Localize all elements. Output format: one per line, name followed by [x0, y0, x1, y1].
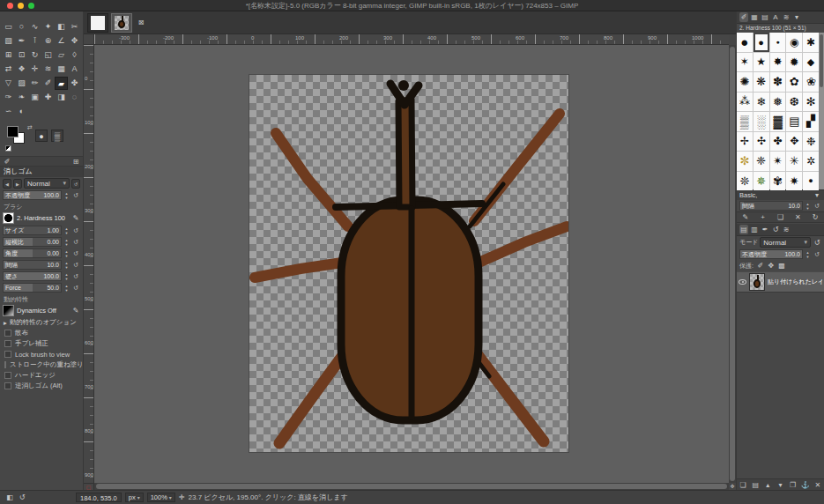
tool-ellipse-select[interactable]: ○	[15, 20, 28, 33]
tool-perspective[interactable]: ◊	[68, 48, 81, 62]
brush-action-icon-1[interactable]: +	[759, 212, 768, 222]
brush-cell-9[interactable]: ◆	[803, 53, 819, 72]
tool-option-0-spinner[interactable]: ▲▼	[63, 226, 70, 235]
tool-heal[interactable]: ✚	[41, 91, 55, 104]
tool-foreground-select[interactable]: ▧	[2, 34, 15, 48]
layers-dock-tab-1[interactable]: ▥	[750, 225, 759, 234]
layer-mode-reset-icon[interactable]: ↺	[813, 238, 821, 248]
tool-option-check-0[interactable]: 散布	[0, 328, 83, 338]
tool-option-4-slider[interactable]: 硬さ100.0	[3, 271, 62, 281]
tool-option-5-slider[interactable]: Force50.0	[3, 283, 62, 293]
tool-free-select[interactable]: ∿	[28, 20, 41, 33]
tool-crop[interactable]: ⊡	[15, 48, 28, 62]
tool-option-5-spin-down-icon[interactable]: ▼	[63, 288, 70, 293]
tool-option-2-spinner[interactable]: ▲▼	[63, 249, 70, 258]
mode-back-icon[interactable]: ◀	[3, 179, 11, 189]
edit-dynamics-icon[interactable]: ✎	[71, 306, 80, 315]
tool-option-3-reset-icon[interactable]: ↺	[71, 262, 80, 269]
tool-pencil[interactable]: ✏	[28, 77, 41, 90]
tool-option-0-spin-down-icon[interactable]: ▼	[63, 231, 70, 235]
save-tool-preset-icon[interactable]: ◧	[5, 493, 14, 502]
tool-warp-transform[interactable]: ≋	[41, 63, 55, 76]
canvas-viewport[interactable]	[94, 45, 729, 483]
layer-opacity-slider[interactable]: 不透明度100.0	[739, 249, 803, 259]
dynamics-options-expander[interactable]: ▸ 動的特性のオプション	[0, 317, 83, 328]
layer-opacity-spin-down-icon[interactable]: ▼	[805, 255, 811, 259]
brush-cell-6[interactable]: ★	[753, 53, 769, 72]
lock-icon-1[interactable]: ✥	[767, 261, 776, 271]
horizontal-scrollbar-thumb[interactable]	[96, 484, 727, 489]
tool-option-check-3[interactable]: ストローク中の重ね塗り	[0, 359, 83, 370]
brush-cell-30[interactable]: ✼	[737, 152, 753, 171]
brush-spacing-slider[interactable]: 間隔10.0	[739, 201, 803, 211]
tool-align[interactable]: ⊞	[2, 48, 15, 62]
brush-grid-scrollbar-thumb[interactable]	[820, 34, 823, 87]
brush-cell-27[interactable]: ✤	[770, 132, 786, 152]
brush-spacing-reset-icon[interactable]: ↺	[813, 203, 821, 210]
tool-flip[interactable]: ⇄	[2, 63, 15, 76]
tool-measure[interactable]: ∠	[55, 34, 68, 48]
brush-cell-12[interactable]: ✽	[770, 72, 786, 92]
swap-colors-icon[interactable]: ⇄	[27, 124, 33, 131]
tool-ink[interactable]: ✑	[2, 91, 15, 104]
tool-color-picker[interactable]: ⊺	[28, 34, 41, 48]
dynamics-selector[interactable]: Dynamics Off ✎	[0, 303, 83, 317]
brush-cell-16[interactable]: ❄	[753, 93, 769, 112]
brush-cell-23[interactable]: ▤	[786, 112, 802, 131]
brush-cell-5[interactable]: ✶	[737, 53, 753, 72]
brush-cell-18[interactable]: ❆	[786, 93, 802, 112]
layer-opacity-spinner[interactable]: ▲▼	[805, 250, 811, 259]
dock-menu-icon[interactable]: ⊞	[71, 157, 80, 167]
tool-paths[interactable]: ✒	[15, 34, 28, 48]
opacity-spinner[interactable]: ▲▼	[63, 191, 70, 200]
brush-cell-38[interactable]: ✷	[786, 172, 802, 191]
layers-footer-icon-5[interactable]: ⚓	[801, 480, 810, 490]
brush-cell-7[interactable]: ✸	[770, 53, 786, 72]
tabstrip-menu-icon[interactable]: ⊠	[137, 18, 145, 27]
tool-dodge-burn[interactable]: ◐	[15, 105, 28, 118]
tool-paintbrush[interactable]: ✐	[41, 77, 55, 90]
brush-cell-29[interactable]: ❉	[803, 132, 819, 152]
opacity-slider[interactable]: 不透明度100.0	[3, 190, 62, 200]
tool-eraser[interactable]: ▰	[55, 77, 68, 90]
opacity-spin-down-icon[interactable]: ▼	[63, 196, 70, 200]
opacity-reset-icon[interactable]: ↺	[71, 192, 80, 199]
minimize-window-button[interactable]	[18, 3, 24, 9]
brush-cell-1[interactable]: ●	[753, 33, 769, 52]
tool-option-1-spinner[interactable]: ▲▼	[63, 238, 70, 247]
tool-options-tab-icon[interactable]: ✐	[3, 157, 11, 167]
edit-brush-icon[interactable]: ✎	[71, 213, 80, 223]
brush-cell-36[interactable]: ✵	[753, 172, 769, 191]
brush-cell-26[interactable]: ✣	[753, 132, 769, 152]
vertical-scrollbar[interactable]	[729, 45, 736, 483]
tool-airbrush[interactable]: ✤	[68, 77, 81, 90]
horizontal-scrollbar[interactable]	[94, 483, 729, 490]
unit-select[interactable]: px ▾	[125, 493, 144, 502]
tool-option-4-reset-icon[interactable]: ↺	[71, 273, 80, 280]
tool-shear[interactable]: ▱	[55, 48, 68, 62]
brush-action-icon-2[interactable]: ❏	[776, 212, 784, 222]
brush-cell-35[interactable]: ❊	[737, 172, 753, 191]
tool-scissors-select[interactable]: ✂	[68, 20, 81, 33]
brush-cell-39[interactable]: ●	[803, 172, 819, 191]
tool-option-0-slider[interactable]: サイズ1.00	[3, 226, 62, 235]
tool-rotate[interactable]: ↻	[28, 48, 41, 62]
mode-reset-icon[interactable]: ↺	[71, 179, 80, 189]
tool-text[interactable]: A	[68, 63, 81, 76]
layers-dock-tab-2[interactable]: ✒	[761, 225, 769, 234]
tool-option-4-spin-down-icon[interactable]: ▼	[63, 277, 70, 281]
tool-option-0-reset-icon[interactable]: ↺	[71, 227, 80, 234]
tool-option-1-reset-icon[interactable]: ↺	[71, 239, 80, 246]
canvas[interactable]	[249, 75, 568, 452]
image-tab-1[interactable]	[87, 13, 108, 33]
tool-gradient[interactable]: ▨	[15, 77, 28, 90]
foreground-color-swatch[interactable]	[7, 126, 19, 137]
brush-cell-8[interactable]: ✹	[786, 53, 802, 72]
brush-cell-14[interactable]: ❀	[803, 72, 819, 92]
active-brush-indicator[interactable]: ●	[35, 130, 48, 142]
tool-option-3-spin-down-icon[interactable]: ▼	[63, 265, 70, 270]
lock-icon-0[interactable]: ✐	[756, 261, 765, 271]
lock-icon-2[interactable]: ▩	[777, 261, 786, 271]
tool-option-5-spinner[interactable]: ▲▼	[63, 284, 70, 293]
tool-scale[interactable]: ◱	[41, 48, 55, 62]
